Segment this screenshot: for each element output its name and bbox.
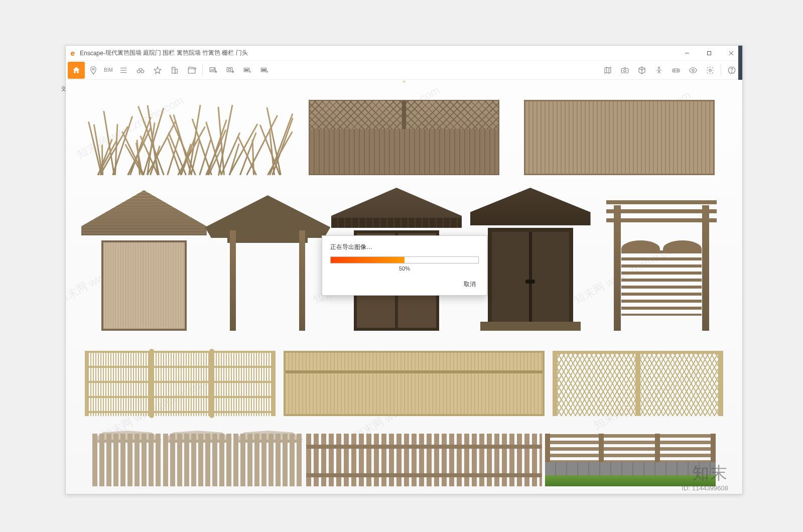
- svg-text:360°: 360°: [245, 69, 249, 71]
- building-button[interactable]: [166, 62, 183, 79]
- model-bamboo-rail-fence: [85, 351, 276, 416]
- enscape-app-icon: e: [66, 46, 80, 60]
- app-window: e Enscape - 现代篱笆围墙 庭院门 围栏 篱笆院墙 竹篱笆 栅栏 门头…: [65, 45, 743, 494]
- model-lattice-fence: [309, 100, 499, 175]
- favorite-button[interactable]: [149, 62, 166, 79]
- svg-rect-25: [621, 68, 628, 73]
- model-bamboo-reed-fence: [284, 351, 545, 416]
- svg-marker-10: [154, 67, 161, 73]
- model-row-picket-fences: [66, 431, 742, 486]
- svg-point-8: [137, 70, 140, 73]
- pin-button[interactable]: [85, 62, 102, 79]
- svg-text:EXE: EXE: [262, 69, 266, 71]
- svg-point-29: [674, 69, 676, 71]
- svg-rect-15: [188, 69, 195, 73]
- svg-point-18: [228, 68, 231, 71]
- model-open-roof-gate: [217, 195, 318, 331]
- model-straight-picket-fence: [306, 434, 542, 486]
- model-bamboo-sticks: /*placeholder*/: [93, 100, 284, 175]
- svg-rect-12: [175, 69, 178, 73]
- dialog-title: 正在导出图像…: [330, 243, 479, 251]
- main-toolbar: BIM 360° EXE: [66, 61, 742, 80]
- bim-label: BIM: [104, 67, 113, 73]
- model-vertical-slat-fence: [524, 100, 715, 175]
- export-image-button[interactable]: [205, 62, 222, 79]
- export-exe-button[interactable]: EXE: [256, 62, 273, 79]
- svg-rect-1: [708, 51, 711, 55]
- binoculars-button[interactable]: [132, 62, 149, 79]
- minimap-button[interactable]: [599, 62, 616, 79]
- app-name: Enscape: [80, 50, 103, 57]
- help-button[interactable]: [723, 62, 740, 79]
- model-thatched-gate: [91, 190, 197, 331]
- model-row-bamboo-fences: [66, 346, 742, 416]
- progress-fill: [331, 257, 405, 263]
- svg-point-27: [658, 67, 660, 68]
- progress-bar: [330, 256, 479, 263]
- export-pano-button[interactable]: [222, 62, 239, 79]
- home-button[interactable]: [68, 62, 85, 79]
- svg-point-4: [92, 68, 94, 70]
- progress-percent-label: 50%: [330, 265, 479, 272]
- panel-expand-chevron-icon[interactable]: ˅: [403, 80, 406, 88]
- render-viewport[interactable]: ˅ 知末网 www.znzmo.com 知末网 www.znzmo.com 知末…: [66, 80, 742, 494]
- settings-button[interactable]: [702, 62, 719, 79]
- adjacent-window-sliver: 交: [61, 70, 65, 271]
- svg-point-34: [731, 72, 732, 72]
- model-bamboo-cross-fence: [553, 351, 723, 416]
- svg-point-30: [677, 69, 679, 71]
- maximize-button[interactable]: [698, 46, 720, 61]
- walk-mode-button[interactable]: [650, 62, 667, 79]
- document-title: 现代篱笆围墙 庭院门 围栏 篱笆院墙 竹篱笆 栅栏 门头: [105, 49, 248, 57]
- visibility-button[interactable]: [685, 62, 702, 79]
- menu-button[interactable]: [115, 62, 132, 79]
- minimize-button[interactable]: [676, 46, 698, 61]
- cube-button[interactable]: [633, 62, 650, 79]
- svg-point-26: [624, 69, 626, 72]
- screenshot-button[interactable]: [616, 62, 633, 79]
- model-horizontal-slat-fence: [545, 434, 716, 486]
- export-360-button[interactable]: 360°: [239, 62, 256, 79]
- vr-button[interactable]: [667, 62, 685, 79]
- svg-point-31: [692, 69, 695, 71]
- model-row-fences-top: /*placeholder*/: [66, 90, 742, 175]
- cancel-button[interactable]: 取消: [461, 279, 479, 290]
- asset-id-label: ID: 1144399608: [682, 484, 728, 492]
- title-bar: e Enscape - 现代篱笆围墙 庭院门 围栏 篱笆院墙 竹篱笆 栅栏 门头: [66, 46, 742, 61]
- clapper-button[interactable]: [183, 62, 200, 79]
- model-heavy-wood-gate: [475, 188, 586, 331]
- brand-watermark: 知末: [692, 462, 728, 485]
- svg-point-32: [709, 69, 712, 71]
- model-pergola-gate: [606, 195, 717, 331]
- model-arched-picket-fence: [92, 434, 303, 486]
- svg-point-9: [141, 70, 144, 73]
- export-progress-dialog: 正在导出图像… 50% 取消: [322, 235, 487, 296]
